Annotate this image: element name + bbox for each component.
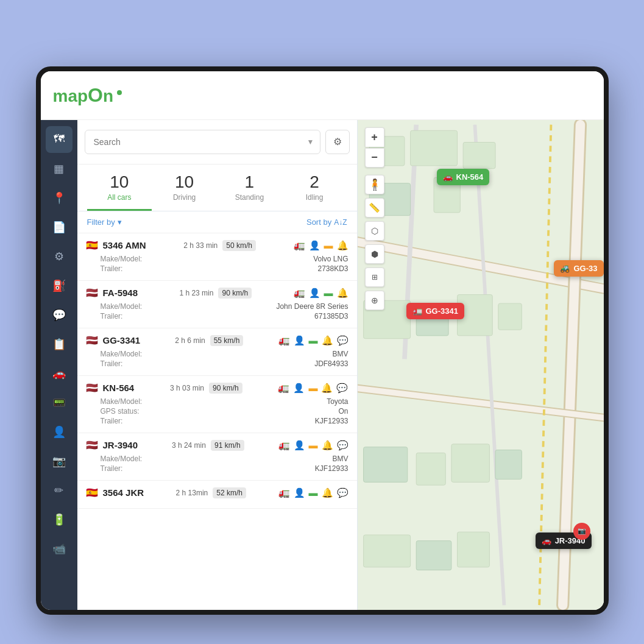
- speed-5: 91 km/h: [211, 440, 244, 451]
- sidebar-item-locations[interactable]: 📍: [46, 185, 73, 211]
- tab-driving[interactable]: 10 Driving: [152, 172, 217, 211]
- flag-latvia-4: 🇱🇻: [86, 382, 98, 394]
- gear-icon: ⚙: [333, 136, 342, 147]
- vehicle-item-jr3940[interactable]: 🇱🇻 JR-3940 3 h 24 min 91 km/h 🚛 👤 ▬: [77, 433, 357, 481]
- locations-icon: 📍: [52, 191, 66, 205]
- app-window: mapOn 🗺 ▦ 📍 📄 ⚙: [41, 71, 604, 610]
- app-body: 🗺 ▦ 📍 📄 ⚙ ⛽ 💬: [41, 120, 604, 610]
- marker-gg33-label: GG-33: [573, 264, 597, 273]
- sidebar-item-settings[interactable]: ⚙: [46, 243, 73, 270]
- truck-icon-5: 🚛: [278, 440, 290, 451]
- sidebar-item-messages[interactable]: 💬: [46, 302, 73, 328]
- logo-o: O: [88, 84, 103, 106]
- sidebar-item-dashboard[interactable]: ▦: [46, 155, 73, 182]
- edit-icon: ✏: [54, 484, 63, 497]
- tab-all-cars[interactable]: 10 All cars: [87, 172, 152, 211]
- person-view-button[interactable]: 🧍: [365, 175, 384, 194]
- map-marker-gg3341[interactable]: 🚛 GG-3341: [406, 303, 464, 319]
- layers-button[interactable]: ⊞: [365, 267, 384, 287]
- status-icon-1: ▬: [324, 240, 333, 250]
- svg-rect-24: [457, 532, 489, 567]
- person-icon-4: 👤: [293, 383, 305, 394]
- layers-icon: ⊞: [372, 273, 378, 281]
- zoom-controls: + −: [365, 127, 384, 168]
- detail-makemodel-1: Make/Model:Volvo LNG: [86, 255, 349, 263]
- flag-latvia-3: 🇱🇻: [86, 334, 98, 346]
- target-button[interactable]: ⊕: [365, 291, 384, 310]
- app-header: mapOn: [41, 71, 604, 120]
- speed-4: 90 km/h: [209, 383, 242, 394]
- ruler-button[interactable]: 📏: [365, 198, 384, 218]
- sort-button[interactable]: Sort by A↓Z: [306, 218, 347, 227]
- svg-rect-17: [498, 303, 521, 330]
- share-button[interactable]: ⬡: [365, 221, 384, 241]
- filter-button[interactable]: Filter by ▾: [87, 218, 122, 227]
- driving-label: Driving: [152, 193, 217, 202]
- svg-rect-10: [410, 130, 457, 166]
- vehicles-icon: 🚗: [52, 367, 66, 380]
- standing-count: 1: [217, 172, 282, 193]
- flag-spain-1: 🇪🇸: [86, 239, 98, 251]
- time-1: 2 h 33 min: [183, 241, 218, 250]
- idling-label: Idling: [282, 193, 347, 202]
- cluster-icon: ⬢: [371, 249, 378, 259]
- settings-button[interactable]: ⚙: [325, 130, 350, 154]
- status-icon-6: ▬: [309, 487, 318, 498]
- vehicle-item-5346amn[interactable]: 🇪🇸 5346 AMN 2 h 33 min 50 km/h 🚛 👤 ▬: [77, 233, 357, 281]
- marker-jr3940-icon: 🚗: [542, 536, 551, 545]
- svg-rect-23: [416, 540, 451, 570]
- sidebar-item-fuel[interactable]: ⛽: [46, 272, 73, 299]
- time-4: 3 h 03 min: [170, 384, 204, 392]
- map-marker-gg33[interactable]: 🚜 GG-33: [554, 260, 603, 277]
- vehicle-item-3564jkr[interactable]: 🇪🇸 3564 JKR 2 h 13min 52 km/h 🚛 👤 ▬: [77, 481, 357, 509]
- vehicle-list: 🇪🇸 5346 AMN 2 h 33 min 50 km/h 🚛 👤 ▬: [77, 233, 357, 609]
- vehicle-item-gg3341[interactable]: 🇱🇻 GG-3341 2 h 6 min 55 km/h 🚛 👤 ▬: [77, 328, 357, 376]
- sidebar-item-tachograph[interactable]: 📟: [46, 389, 73, 416]
- bell-icon-1: 🔔: [337, 240, 349, 251]
- speed-3: 55 km/h: [210, 335, 244, 346]
- map-panel[interactable]: + − 🧍 📏 ⬡ ⬢: [358, 120, 604, 610]
- chat-icon-5: 💬: [337, 440, 349, 451]
- sidebar-item-clipboard[interactable]: 📋: [46, 331, 73, 358]
- fuel-icon: ⛽: [52, 279, 66, 292]
- search-input[interactable]: [85, 130, 320, 154]
- vehicle-id-4: KN-564: [103, 383, 135, 393]
- vehicle-item-kn564[interactable]: 🇱🇻 KN-564 3 h 03 min 90 km/h 🚛 👤 ▬: [77, 376, 357, 433]
- flag-latvia-5: 🇱🇻: [86, 439, 98, 451]
- vehicle-id-6: 3564 JKR: [103, 487, 144, 498]
- flag-latvia-2: 🇱🇻: [86, 287, 98, 299]
- chevron-down-icon: ▼: [307, 138, 314, 146]
- vehicle-id-5: JR-3940: [103, 440, 138, 450]
- sidebar-item-vehicles[interactable]: 🚗: [46, 360, 73, 387]
- vehicle-id-2: FA-5948: [103, 288, 138, 298]
- sidebar-item-edit[interactable]: ✏: [46, 477, 73, 504]
- chat-icon-4: 💬: [336, 383, 348, 394]
- cluster-button[interactable]: ⬢: [365, 244, 384, 264]
- tab-idling[interactable]: 2 Idling: [282, 172, 347, 211]
- camera-badge-icon: 📷: [578, 527, 586, 535]
- sidebar-item-camera[interactable]: 📷: [46, 448, 73, 475]
- chat-icon-6: 💬: [337, 487, 349, 498]
- filter-sort-row: Filter by ▾ Sort by A↓Z: [77, 211, 357, 233]
- bell-icon-5: 🔔: [322, 440, 333, 451]
- sidebar-item-battery[interactable]: 🔋: [46, 506, 73, 533]
- tab-standing[interactable]: 1 Standing: [217, 172, 282, 211]
- marker-kn564-icon: 🚗: [443, 172, 453, 182]
- zoom-out-button[interactable]: −: [365, 148, 384, 168]
- map-marker-kn564[interactable]: 🚗 KN-564: [437, 169, 490, 185]
- sidebar-item-profile[interactable]: 👤: [46, 419, 73, 445]
- sidebar: 🗺 ▦ 📍 📄 ⚙ ⛽ 💬: [41, 120, 77, 610]
- sidebar-item-video[interactable]: 📹: [46, 536, 73, 562]
- sidebar-item-map[interactable]: 🗺: [46, 126, 73, 153]
- vehicle-item-fa5948[interactable]: 🇱🇻 FA-5948 1 h 23 min 90 km/h 🚛 👤 ▬: [77, 281, 357, 328]
- zoom-in-button[interactable]: +: [365, 127, 384, 147]
- video-icon: 📹: [52, 542, 66, 556]
- dashboard-icon: ▦: [54, 162, 64, 175]
- sidebar-item-reports[interactable]: 📄: [46, 214, 73, 241]
- bell-icon-2: 🔔: [337, 288, 349, 299]
- truck-icon-4: 🚛: [278, 383, 289, 394]
- flag-spain-6: 🇪🇸: [86, 487, 98, 498]
- time-3: 2 h 6 min: [175, 336, 205, 345]
- all-cars-label: All cars: [87, 193, 152, 202]
- battery-icon: 🔋: [52, 513, 66, 526]
